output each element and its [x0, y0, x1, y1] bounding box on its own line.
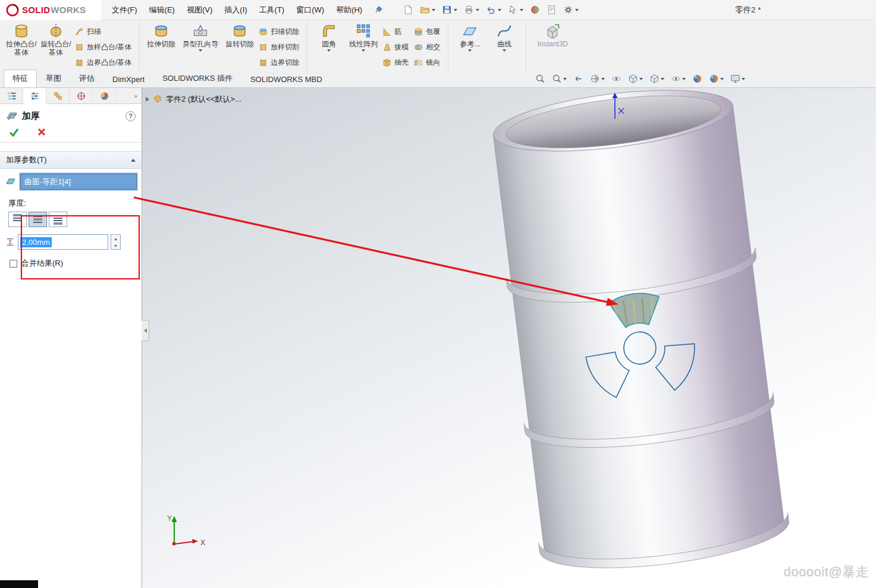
ribbon-button-mirror[interactable]: 镜向: [412, 55, 444, 70]
tab-sketch[interactable]: 草图: [37, 70, 70, 87]
ribbon-button-lofted-boss[interactable]: 放样凸台/基体: [73, 39, 135, 55]
menu-pin-icon[interactable]: [368, 0, 389, 20]
ribbon-button-wrap[interactable]: 包覆: [412, 24, 444, 39]
view-orientation-button[interactable]: [627, 73, 644, 84]
annotation-views-icon: [611, 74, 621, 84]
bottom-left-black-bar: [0, 580, 38, 588]
tree-root-label[interactable]: 零件2 (默认<<默认>...: [166, 94, 241, 105]
view-settings-button[interactable]: [729, 73, 746, 84]
menu-view[interactable]: 视图(V): [181, 0, 218, 20]
thicken-side1-button[interactable]: [8, 212, 27, 227]
ribbon-button-extruded-cut[interactable]: 拉伸切除: [144, 21, 178, 71]
ribbon-button-swept-cut[interactable]: 扫描切除: [257, 24, 303, 39]
hide-show-items-button[interactable]: [670, 73, 687, 84]
apply-scene-button[interactable]: [708, 73, 725, 84]
options-button[interactable]: [561, 2, 581, 18]
tab-solidworks-mbd[interactable]: SOLIDWORKS MBD: [241, 71, 331, 87]
file-properties-icon: [547, 5, 557, 15]
cancel-x-button[interactable]: [37, 127, 46, 137]
merge-result-checkbox[interactable]: [10, 260, 17, 268]
menu-help[interactable]: 帮助(H): [330, 0, 368, 20]
view-settings-monitor-icon: [730, 74, 740, 84]
thickness-label: 厚度:: [8, 198, 137, 209]
panel-tab-feature-tree[interactable]: [0, 88, 23, 103]
ds-logo-icon: [6, 4, 19, 17]
feature-tree-flyout[interactable]: 零件2 (默认<<默认>...: [146, 94, 241, 105]
ribbon-button-draft[interactable]: 拔模: [381, 39, 412, 55]
title-bar: SOLID WORKS 文件(F) 编辑(E) 视图(V) 插入(I) 工具(T…: [0, 0, 876, 20]
section-view-button[interactable]: [589, 73, 606, 84]
menu-insert[interactable]: 插入(I): [218, 0, 253, 20]
previous-view-button[interactable]: [572, 73, 585, 84]
ribbon-button-reference-geometry[interactable]: 参考...: [453, 21, 487, 71]
undo-button[interactable]: [483, 2, 504, 18]
zoom-area-icon: [552, 74, 562, 84]
thicken-both-sides-button[interactable]: [29, 212, 47, 227]
ribbon-button-revolved-cut[interactable]: 旋转切除: [222, 21, 257, 71]
annotation-views-button[interactable]: [610, 73, 623, 84]
panel-splitter-handle[interactable]: [142, 320, 149, 341]
ribbon-button-linear-pattern[interactable]: 线性阵列: [346, 21, 381, 71]
edit-appearance-button[interactable]: [691, 73, 704, 84]
display-style-button[interactable]: [648, 73, 665, 84]
ribbon-button-swept-boss[interactable]: 扫描: [73, 24, 135, 39]
ribbon-button-lofted-cut[interactable]: 放样切割: [257, 39, 303, 55]
ribbon-button-shell[interactable]: 抽壳: [381, 55, 412, 70]
open-button[interactable]: [417, 2, 438, 18]
ribbon-button-revolved-boss[interactable]: 旋转凸台/基体: [39, 21, 73, 71]
ok-check-button[interactable]: [8, 127, 19, 137]
graphics-viewport[interactable]: Y X 零件2 (默认<<默认>... dooooit@暴走: [142, 88, 876, 588]
panel-tab-bar: »: [0, 88, 142, 104]
tab-solidworks-addins[interactable]: SOLIDWORKS 插件: [153, 70, 241, 87]
zoom-area-button[interactable]: [551, 73, 568, 84]
menu-file[interactable]: 文件(F): [106, 0, 143, 20]
panel-tab-property-manager[interactable]: [23, 88, 46, 104]
zoom-fit-button[interactable]: [534, 73, 547, 84]
zoom-fit-icon: [535, 74, 545, 84]
triad-x-label: X: [200, 539, 205, 547]
tree-expander-icon[interactable]: [146, 97, 149, 102]
boundary-boss-icon: [75, 58, 84, 67]
print-button[interactable]: [461, 2, 482, 18]
thickness-spinner[interactable]: ▲▼: [111, 234, 121, 250]
ribbon-button-intersect[interactable]: 相交: [412, 39, 444, 55]
rebuild-button[interactable]: [528, 2, 542, 18]
print-icon: [464, 5, 474, 15]
swept-cut-icon: [259, 27, 268, 36]
undo-icon: [486, 5, 496, 15]
help-button[interactable]: ?: [125, 111, 136, 121]
collapse-chevron-icon: [131, 159, 136, 162]
menu-edit[interactable]: 编辑(E): [143, 0, 181, 20]
ribbon-button-instant3d[interactable]: Instant3D: [530, 21, 574, 71]
ribbon-button-hole-wizard[interactable]: 异型孔向导: [178, 21, 222, 71]
select-button[interactable]: [505, 2, 526, 18]
watermark-text: dooooit@暴走: [783, 563, 869, 581]
thickness-input[interactable]: 2.00mm: [18, 234, 108, 250]
ribbon-button-curves[interactable]: 曲线: [487, 21, 522, 71]
swept-boss-icon: [75, 27, 84, 36]
tab-features[interactable]: 特征: [4, 70, 37, 87]
menu-tools[interactable]: 工具(T): [253, 0, 291, 20]
panel-tab-dimxpert[interactable]: [70, 88, 93, 103]
ribbon-button-boundary-cut[interactable]: 边界切除: [257, 55, 303, 70]
ribbon-button-extruded-boss[interactable]: 拉伸凸台/基体: [4, 21, 39, 71]
new-document-button[interactable]: [401, 2, 416, 18]
save-icon: [442, 5, 452, 15]
ribbon-button-rib[interactable]: 筋: [381, 24, 412, 39]
ribbon-button-fillet[interactable]: 圆角: [312, 21, 346, 71]
ribbon-button-boundary-boss[interactable]: 边界凸台/基体: [73, 55, 135, 70]
panel-tabs-overflow[interactable]: »: [130, 88, 142, 103]
panel-tab-display-manager[interactable]: [93, 88, 116, 103]
file-properties-button[interactable]: [544, 2, 559, 18]
surface-selection-field[interactable]: 曲面-等距1[4]: [20, 174, 137, 190]
open-folder-icon: [420, 5, 430, 15]
tab-dimxpert[interactable]: DimXpert: [103, 71, 153, 87]
save-button[interactable]: [439, 2, 460, 18]
thicken-parameters-header[interactable]: 加厚参数(T): [0, 151, 142, 169]
triad-y-label: Y: [167, 514, 172, 523]
barrel-model[interactable]: [485, 88, 792, 579]
menu-window[interactable]: 窗口(W): [290, 0, 330, 20]
panel-tab-configurations[interactable]: [46, 88, 70, 103]
thicken-side2-button[interactable]: [49, 212, 67, 227]
tab-evaluate[interactable]: 评估: [70, 70, 103, 87]
